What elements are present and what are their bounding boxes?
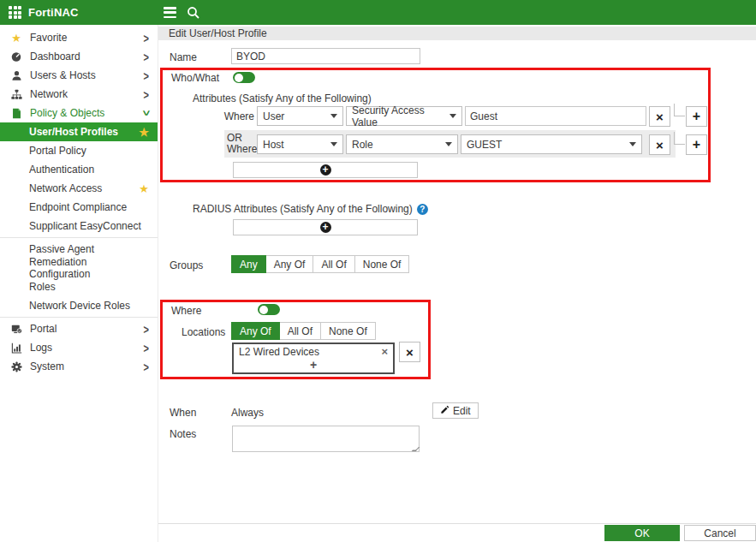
locations-option-any-of[interactable]: Any Of [231, 322, 280, 340]
sidebar-subitem-user-host-profiles[interactable]: User/Host Profiles ★ [0, 122, 158, 141]
locations-list: L2 Wired Devices × + [232, 342, 395, 374]
who-what-label: Who/What [171, 72, 219, 84]
sidebar-item-favorite[interactable]: ★ Favorite > [0, 28, 158, 47]
sitemap-icon [9, 89, 23, 100]
edit-button-label: Edit [453, 405, 471, 417]
sidebar-item-label: Policy & Objects [30, 107, 144, 119]
sidebar-item-dashboard[interactable]: Dashboard > [0, 47, 158, 66]
sidebar-item-label: System [30, 360, 144, 372]
sidebar-item-portal[interactable]: Portal > [0, 319, 158, 338]
close-icon: × [656, 110, 664, 123]
favorite-star-icon[interactable]: ★ [139, 182, 149, 195]
chevron-down-icon [330, 114, 337, 118]
locations-option-all-of[interactable]: All Of [280, 322, 321, 340]
add-radius-attribute-button[interactable]: + [233, 219, 418, 235]
sidebar-item-label: Users & Hosts [30, 69, 144, 81]
sidebar-subitem-label: Network Access [29, 182, 139, 194]
notes-label: Notes [170, 428, 196, 440]
portal-icon [9, 324, 23, 335]
locations-option-none-of[interactable]: None Of [321, 322, 376, 340]
sidebar-item-label: Dashboard [30, 51, 144, 63]
cancel-button[interactable]: Cancel [684, 525, 756, 541]
chevron-down-icon [330, 142, 337, 146]
favorite-star-icon[interactable]: ★ [139, 126, 149, 139]
groups-option-none-of[interactable]: None Of [355, 255, 410, 273]
menu-icon[interactable] [164, 7, 176, 18]
sidebar-subitem-roles[interactable]: Roles [0, 277, 158, 296]
sidebar-subitem-label: Endpoint Compliance [29, 201, 149, 213]
attr-value-input[interactable] [465, 106, 646, 126]
chevron-down-icon: > [139, 110, 153, 116]
add-attribute-row-button[interactable]: + [686, 134, 707, 155]
attr-value-select[interactable]: GUEST [461, 134, 642, 154]
groups-option-any-of[interactable]: Any Of [266, 255, 314, 273]
notes-textarea[interactable] [232, 426, 420, 452]
attr-category-select[interactable]: Host [257, 134, 343, 154]
sidebar-item-logs[interactable]: Logs > [0, 338, 158, 357]
where-label: Where [171, 305, 201, 317]
groups-option-all-of[interactable]: All Of [313, 255, 354, 273]
ok-button[interactable]: OK [604, 525, 680, 541]
search-icon[interactable] [187, 6, 200, 20]
user-icon [9, 70, 23, 81]
sidebar: ★ Favorite > Dashboard > Users & Hosts >… [0, 25, 158, 542]
help-icon[interactable]: ? [417, 204, 428, 215]
sidebar-item-label: Favorite [30, 32, 144, 44]
close-icon: × [656, 139, 664, 152]
sidebar-subitem-label: Roles [29, 281, 149, 293]
who-what-toggle[interactable] [233, 72, 255, 83]
gauge-icon [9, 51, 23, 63]
chevron-down-icon [445, 142, 452, 146]
connector-line [674, 132, 685, 145]
page-title-text: Edit User/Host Profile [169, 27, 267, 39]
clear-locations-button[interactable]: × [399, 342, 420, 362]
where-toggle[interactable] [258, 304, 280, 315]
attr-attribute-value: Security Access Value [352, 104, 444, 128]
sidebar-item-users-hosts[interactable]: Users & Hosts > [0, 66, 158, 85]
groups-label: Groups [170, 259, 203, 271]
remove-attribute-button[interactable]: × [649, 134, 670, 155]
remove-location-icon[interactable]: × [381, 345, 388, 358]
sidebar-subitem-network-access[interactable]: Network Access ★ [0, 179, 158, 198]
attr-value: GUEST [467, 139, 502, 151]
sidebar-subitem-authentication[interactable]: Authentication [0, 160, 158, 179]
plus-icon: + [693, 110, 700, 123]
sidebar-divider [0, 237, 158, 238]
chevron-down-icon [629, 142, 636, 146]
chevron-right-icon: > [144, 50, 149, 64]
sidebar-item-policy-objects[interactable]: Policy & Objects > [0, 104, 158, 122]
remove-attribute-button[interactable]: × [649, 106, 670, 127]
connector-line [674, 104, 685, 116]
add-location-button[interactable]: + [234, 359, 393, 371]
edit-when-button[interactable]: Edit [432, 402, 479, 419]
attr-attribute-select[interactable]: Security Access Value [346, 106, 462, 126]
when-value: Always [231, 407, 264, 419]
sidebar-subitem-label: Passive Agent [29, 243, 149, 255]
sidebar-item-label: Network [30, 88, 144, 100]
sidebar-subitem-remediation-configuration[interactable]: Remediation Configuration [0, 259, 158, 277]
chevron-right-icon: > [144, 31, 149, 45]
attributes-label: Attributes (Satisfy Any of the Following… [193, 92, 372, 104]
add-attribute-row-button[interactable]: + [686, 106, 707, 127]
sidebar-subitem-network-device-roles[interactable]: Network Device Roles [0, 296, 158, 315]
attr-category-select[interactable]: User [257, 106, 343, 126]
name-input[interactable] [231, 48, 420, 64]
star-icon: ★ [9, 32, 23, 45]
sidebar-item-system[interactable]: System > [0, 357, 158, 376]
sidebar-divider [0, 317, 158, 318]
groups-option-any[interactable]: Any [231, 255, 266, 273]
locations-label: Locations [182, 326, 225, 338]
sidebar-subitem-endpoint-compliance[interactable]: Endpoint Compliance [0, 198, 158, 217]
close-icon: × [406, 346, 414, 359]
plus-circle-icon: + [320, 164, 331, 176]
add-attribute-button[interactable]: + [233, 162, 418, 178]
plus-circle-icon: + [320, 222, 331, 233]
location-item[interactable]: L2 Wired Devices × [234, 344, 393, 359]
sidebar-item-network[interactable]: Network > [0, 85, 158, 104]
attr-attribute-select[interactable]: Role [346, 134, 458, 154]
sidebar-subitem-label: Supplicant EasyConnect [29, 220, 149, 232]
sidebar-subitem-supplicant-easyconnect[interactable]: Supplicant EasyConnect [0, 217, 158, 235]
chevron-right-icon: > [144, 360, 149, 374]
attr-attribute-value: Role [352, 139, 373, 151]
sidebar-subitem-portal-policy[interactable]: Portal Policy [0, 141, 158, 160]
